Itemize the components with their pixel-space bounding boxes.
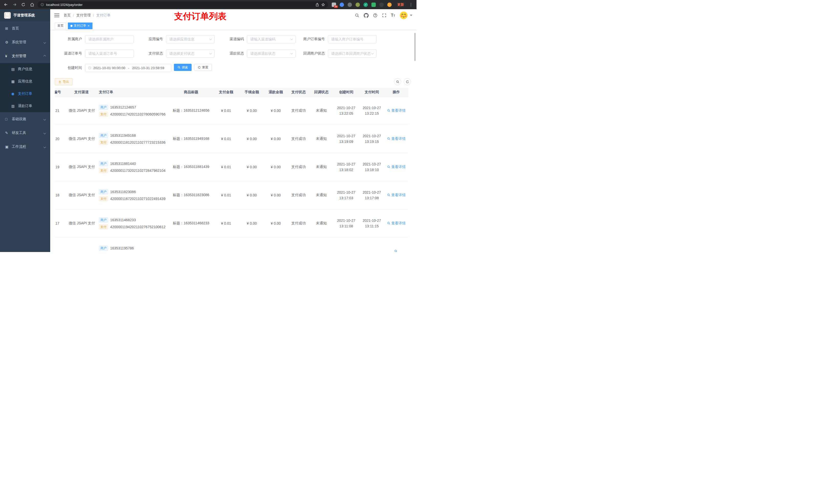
- extension-icon[interactable]: [348, 3, 352, 7]
- orders-table-wrapper[interactable]: 编号 支付渠道 支付订单 商品标题 支付金额 手续金额 退款金额 支付状态 回调…: [55, 88, 411, 252]
- navbar-actions: TT: [355, 11, 412, 20]
- merchant-tag: 商户: [99, 217, 108, 222]
- export-button[interactable]: 导出: [55, 78, 72, 85]
- extension-icon[interactable]: [387, 3, 392, 7]
- sidebar-toggle-icon[interactable]: [54, 13, 60, 18]
- reset-button[interactable]: 重置: [194, 64, 212, 71]
- refund-amount-cell: ¥ 0.00: [264, 181, 287, 209]
- app-select-input[interactable]: [166, 35, 215, 43]
- breadcrumb-payment-management[interactable]: 支付管理: [76, 13, 91, 18]
- channel-order-no-input[interactable]: [85, 49, 134, 57]
- fullscreen-icon[interactable]: [382, 13, 386, 18]
- refresh-icon[interactable]: [20, 1, 27, 8]
- user-menu[interactable]: [399, 11, 412, 20]
- browser-update-button[interactable]: 更新: [395, 2, 406, 8]
- sidebar-item-merchant-info[interactable]: ▤ 商户信息: [0, 63, 50, 75]
- sidebar-item-payment-management[interactable]: ¥ 支付管理: [0, 49, 50, 63]
- date-value: 2021-10-27: [334, 218, 358, 223]
- order-target-icon: ◉: [11, 92, 18, 96]
- pay-tag: 支付: [99, 224, 108, 230]
- refresh-table-button[interactable]: [404, 78, 411, 85]
- extension-icon[interactable]: [340, 3, 344, 7]
- refund-amount-cell: [264, 237, 287, 252]
- tab-home[interactable]: 首页: [55, 23, 66, 29]
- sidebar-item-refund-orders[interactable]: ▥ 退款订单: [0, 100, 50, 112]
- filter-channel-order-no: 渠道订单号: [55, 49, 136, 57]
- share-icon[interactable]: [315, 3, 319, 7]
- breadcrumb-home[interactable]: 首页: [64, 13, 71, 18]
- product-title-cell: 标题：1635311468233: [170, 209, 213, 237]
- extension-icon[interactable]: 10: [332, 3, 336, 7]
- close-icon[interactable]: ×: [87, 24, 90, 27]
- sidebar: 芋道管理系统 ⊞ 首页 ⚙ 系统管理 ¥ 支付管理 ▤ 商户信息 ▦ 应用信息 …: [0, 9, 50, 252]
- view-detail-link[interactable]: 查看详情: [387, 165, 406, 169]
- tab-payment-orders[interactable]: 支付订单 ×: [68, 23, 93, 29]
- search-icon: [387, 165, 390, 169]
- view-detail-link[interactable]: [394, 249, 399, 252]
- browser-menu-icon[interactable]: ⋮: [408, 2, 414, 7]
- filter-label: 渠道订单号: [55, 51, 85, 56]
- filter-channel-code: 渠道编码: [217, 35, 298, 43]
- url-text[interactable]: localhost:1024/pay/order: [46, 3, 82, 7]
- sidebar-item-home[interactable]: ⊞ 首页: [0, 22, 50, 35]
- product-title-cell: 标题：1635311823086: [170, 181, 213, 209]
- merchant-tag: 商户: [99, 246, 108, 251]
- help-icon[interactable]: [373, 13, 378, 18]
- active-dot-icon: [70, 25, 72, 27]
- refund-amount-cell: ¥ 0.00: [264, 97, 287, 125]
- bookmark-star-icon[interactable]: [321, 3, 325, 7]
- date-value: 2021-10-27: [360, 161, 383, 167]
- pay-status-cell: [287, 237, 310, 252]
- view-detail-link[interactable]: 查看详情: [387, 137, 406, 141]
- order-id-cell: [55, 237, 68, 252]
- search-toggle-button[interactable]: [394, 78, 401, 85]
- download-icon: [58, 80, 62, 83]
- github-icon[interactable]: [364, 13, 368, 18]
- notify-status-select[interactable]: [328, 49, 377, 57]
- font-size-icon[interactable]: TT: [391, 13, 395, 18]
- create-time-range-picker[interactable]: 2021-10-01 00:00:00 - 2021-10-31 23:59:5…: [85, 64, 171, 72]
- logo[interactable]: 芋道管理系统: [0, 9, 50, 22]
- site-info-icon[interactable]: [41, 3, 44, 6]
- channel-code-input[interactable]: [247, 35, 295, 43]
- search-icon: [394, 249, 398, 252]
- merchant-order-no-input[interactable]: [328, 35, 377, 43]
- search-icon[interactable]: [355, 13, 359, 18]
- channel-cell: 微信 JSAPI 支付: [68, 209, 95, 237]
- pin-extension-icon[interactable]: [379, 3, 384, 7]
- view-detail-link[interactable]: 查看详情: [387, 221, 406, 225]
- sidebar-item-payment-orders[interactable]: ◉ 支付订单: [0, 88, 50, 100]
- page-content: 所属商户 应用编号 渠道编码 商户订单编号: [50, 30, 416, 252]
- merchant-select-input[interactable]: [85, 35, 134, 43]
- sidebar-item-workflow[interactable]: ▣ 工作流程: [0, 140, 50, 154]
- pay-status-select[interactable]: [166, 49, 215, 57]
- col-refund-amount: 退款金额: [264, 88, 287, 97]
- refund-status-select[interactable]: [247, 49, 295, 57]
- forward-icon[interactable]: [11, 1, 18, 8]
- pay-order-cell: 商户 1635312124657 支付 42000011742021102780…: [95, 97, 170, 125]
- view-detail-link[interactable]: 查看详情: [387, 108, 406, 113]
- table-row: 20 微信 JSAPI 支付 商户 1635311949168 支付: [55, 125, 408, 153]
- sidebar-item-infrastructure[interactable]: □ 基础设施: [0, 112, 50, 126]
- search-button-label: 搜索: [182, 65, 188, 70]
- extension-icon[interactable]: [356, 3, 360, 7]
- address-bar[interactable]: localhost:1024/pay/order: [38, 1, 328, 8]
- view-detail-label: 查看详情: [391, 193, 406, 197]
- gear-icon: ⚙: [5, 40, 12, 44]
- home-icon[interactable]: [29, 1, 35, 8]
- pay-time-cell: 2021-10-2713:18:10: [359, 153, 384, 181]
- sidebar-item-label: 系统管理: [12, 40, 26, 45]
- sidebar-item-app-info[interactable]: ▦ 应用信息: [0, 75, 50, 88]
- export-button-label: 导出: [63, 80, 69, 84]
- extension-check-icon[interactable]: ✓: [363, 3, 368, 7]
- view-detail-link[interactable]: 查看详情: [387, 193, 406, 197]
- search-button[interactable]: 搜索: [174, 64, 192, 71]
- back-icon[interactable]: [3, 1, 9, 8]
- pay-status-cell: 支付成功: [287, 97, 310, 125]
- page-scrollbar[interactable]: [414, 33, 416, 61]
- sidebar-item-system-management[interactable]: ⚙ 系统管理: [0, 35, 50, 49]
- sidebar-item-dev-tools[interactable]: ✎ 研发工具: [0, 126, 50, 140]
- extension-icon[interactable]: [372, 3, 376, 7]
- sidebar-item-label: 首页: [12, 26, 19, 31]
- breadcrumb-separator: /: [73, 13, 74, 18]
